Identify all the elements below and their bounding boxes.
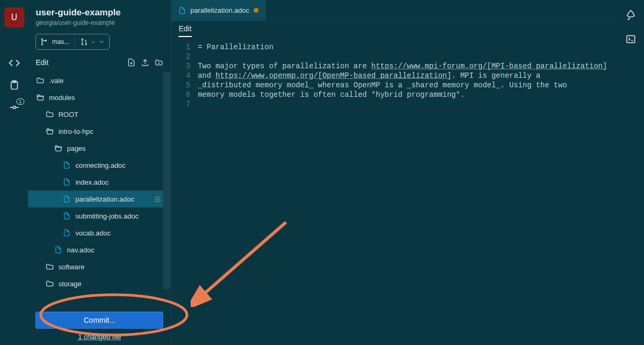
file-item[interactable]: parallelization.adoc: [28, 190, 171, 207]
file-item[interactable]: vocab.adoc: [28, 224, 171, 241]
sidebar: user-guide-example georgia/user-guide-ex…: [28, 0, 171, 345]
folder-item[interactable]: intro-to-hpc: [28, 123, 171, 140]
commit-button[interactable]: Commit...: [35, 312, 163, 329]
tree-item-label: connecting.adoc: [75, 161, 126, 169]
folder-icon: [45, 262, 55, 271]
gutter: 1234567: [171, 42, 198, 345]
file-icon: [62, 161, 71, 169]
tab-bar: parallelization.adoc: [171, 0, 618, 21]
code-content[interactable]: = Parallelization Two major types of par…: [198, 42, 618, 345]
svg-point-9: [82, 44, 83, 45]
folder-icon: [45, 110, 55, 119]
folder-icon: [35, 76, 45, 85]
svg-point-10: [85, 44, 86, 45]
editor-area: parallelization.adoc Edit 1234567 = Para…: [171, 0, 618, 345]
branch-selector[interactable]: mas... -: [35, 34, 110, 50]
tree-item-label: software: [58, 263, 84, 271]
right-bar: [618, 0, 644, 345]
project-header: user-guide-example georgia/user-guide-ex…: [28, 0, 171, 32]
svg-point-5: [42, 39, 43, 40]
tree-item-label: pages: [67, 144, 85, 152]
editor-subtab-edit[interactable]: Edit: [178, 24, 191, 37]
file-item[interactable]: index.adoc: [28, 174, 171, 190]
activity-bar: U 1: [0, 0, 28, 345]
tree-item-label: storage: [58, 280, 81, 288]
file-icon: [62, 212, 71, 220]
tree-item-label: modules: [49, 94, 75, 102]
tab-parallelization[interactable]: parallelization.adoc: [171, 0, 266, 21]
folder-item[interactable]: storage: [28, 275, 171, 292]
folder-icon: [45, 127, 55, 135]
tree-item-label: .vale: [49, 77, 63, 85]
svg-rect-18: [627, 35, 635, 42]
file-icon: [62, 178, 71, 186]
modified-indicator: [154, 196, 161, 203]
sidebar-edit-label: Edit: [35, 58, 48, 67]
folder-item[interactable]: .vale: [28, 72, 171, 89]
file-item[interactable]: submitting-jobs.adoc: [28, 207, 171, 224]
file-icon: [53, 246, 63, 253]
svg-point-8: [82, 39, 83, 40]
svg-point-2: [13, 106, 15, 109]
file-tree[interactable]: .valemodulesROOTintro-to-hpcpagesconnect…: [28, 72, 171, 306]
file-icon: [62, 195, 71, 203]
tree-item-label: ROOT: [58, 111, 78, 119]
file-item[interactable]: nav.adoc: [28, 241, 171, 258]
new-folder-icon[interactable]: [155, 58, 163, 67]
file-icon: [178, 7, 186, 14]
clipboard-icon[interactable]: [8, 79, 20, 91]
dirty-indicator: [254, 8, 258, 13]
scrollbar[interactable]: [163, 72, 171, 289]
svg-point-17: [157, 198, 158, 199]
changed-files-link[interactable]: 1 changed file: [35, 329, 163, 345]
svg-point-6: [42, 44, 43, 45]
rocket-icon[interactable]: [625, 10, 636, 20]
terminal-icon[interactable]: [625, 34, 636, 44]
tree-item-label: submitting-jobs.adoc: [75, 212, 138, 220]
folder-item[interactable]: modules: [28, 89, 171, 106]
tab-label: parallelization.adoc: [190, 6, 249, 14]
tree-item-label: vocab.adoc: [75, 229, 111, 237]
tree-item-label: index.adoc: [75, 178, 109, 186]
commit-icon[interactable]: 1: [8, 102, 20, 113]
branch-icon: [40, 38, 48, 46]
folder-icon: [45, 279, 55, 288]
folder-icon: [35, 93, 45, 102]
tree-item-label: parallelization.adoc: [75, 195, 134, 203]
project-title: user-guide-example: [35, 7, 163, 18]
avatar[interactable]: U: [4, 7, 24, 28]
tree-item-label: nav.adoc: [67, 246, 94, 254]
upload-icon[interactable]: [141, 58, 149, 67]
tree-item-label: intro-to-hpc: [58, 128, 93, 135]
chevron-down-icon: [99, 39, 105, 45]
folder-item[interactable]: pages: [28, 140, 171, 157]
folder-item[interactable]: software: [28, 258, 171, 275]
code-editor[interactable]: 1234567 = Parallelization Two major type…: [171, 40, 618, 345]
file-icon: [62, 229, 71, 237]
file-item[interactable]: connecting.adoc: [28, 157, 171, 174]
new-file-icon[interactable]: [127, 58, 136, 67]
folder-icon: [53, 144, 63, 152]
folder-item[interactable]: ROOT: [28, 106, 171, 123]
code-icon[interactable]: [8, 57, 20, 69]
merge-request-icon: [80, 38, 88, 46]
project-subtitle: georgia/user-guide-example: [35, 19, 163, 26]
commit-badge: 1: [16, 98, 24, 105]
